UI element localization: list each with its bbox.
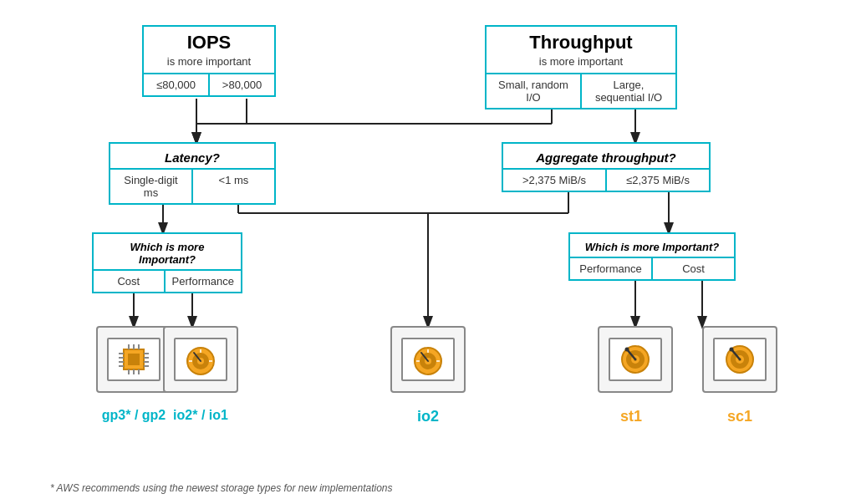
which-right-question: Which is more Important?	[570, 234, 734, 257]
which-right-node: Which is more Important? Performance Cos…	[568, 232, 736, 281]
speedometer-icon-io2	[401, 338, 455, 381]
throughput-subtitle: is more important	[487, 55, 675, 73]
aggregate-option1: >2,375 MiB/s	[503, 170, 607, 191]
svg-point-59	[730, 348, 734, 352]
which-right-option1: Performance	[570, 258, 653, 279]
diagram: { "iops_node": { "title": "IOPS", "subti…	[0, 0, 856, 504]
latency-options: Single-digit ms <1 ms	[110, 168, 274, 203]
which-left-node: Which is more Important? Cost Performanc…	[92, 232, 242, 293]
throughput-node: Throughput is more important Small, rand…	[485, 25, 677, 109]
disk-icon-sc1	[713, 338, 767, 381]
sc1-storage-icon	[702, 326, 777, 393]
svg-point-53	[625, 348, 629, 352]
throughput-options: Small, random I/O Large, sequential I/O	[487, 73, 675, 108]
which-left-option2: Performance	[166, 271, 241, 292]
which-right-option2: Cost	[653, 258, 734, 279]
io2io1-label: io2* / io1	[146, 408, 255, 423]
aggregate-option2: ≤2,375 MiB/s	[607, 170, 709, 191]
sc1-label: sc1	[702, 408, 777, 425]
iops-node: IOPS is more important ≤80,000 >80,000	[142, 25, 276, 97]
io2io1-storage-icon	[163, 326, 238, 393]
svg-rect-33	[128, 354, 140, 365]
throughput-option2: Large, sequential I/O	[582, 74, 675, 108]
iops-subtitle: is more important	[144, 55, 274, 73]
which-left-options: Cost Performance	[94, 269, 241, 292]
gp3-storage-icon	[96, 326, 171, 393]
io2-storage-icon	[390, 326, 466, 393]
io2-label: io2	[374, 408, 482, 425]
speedometer-icon-io2io1	[174, 338, 227, 381]
st1-label: st1	[594, 408, 669, 425]
latency-node: Latency? Single-digit ms <1 ms	[109, 142, 276, 205]
st1-storage-icon	[598, 326, 673, 393]
aggregate-node: Aggregate throughput? >2,375 MiB/s ≤2,37…	[502, 142, 711, 192]
which-left-question: Which is more Important?	[94, 234, 241, 269]
which-right-options: Performance Cost	[570, 257, 734, 279]
footnote: * AWS recommends using the newest storag…	[50, 482, 393, 494]
chip-icon-gp3	[107, 338, 160, 381]
throughput-option1: Small, random I/O	[487, 74, 582, 108]
disk-icon-st1	[609, 338, 662, 381]
latency-question: Latency?	[110, 144, 274, 168]
iops-title: IOPS	[144, 27, 274, 55]
aggregate-question: Aggregate throughput?	[503, 144, 709, 168]
throughput-title: Throughput	[487, 27, 675, 55]
iops-option1: ≤80,000	[144, 74, 210, 95]
aggregate-options: >2,375 MiB/s ≤2,375 MiB/s	[503, 168, 709, 191]
latency-option2: <1 ms	[193, 170, 274, 203]
iops-option2: >80,000	[210, 74, 274, 95]
which-left-option1: Cost	[94, 271, 166, 292]
iops-options: ≤80,000 >80,000	[144, 73, 274, 95]
latency-option1: Single-digit ms	[110, 170, 193, 203]
